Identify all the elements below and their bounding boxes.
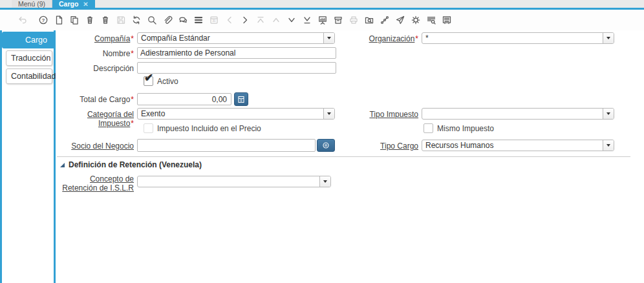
- categoria-impuesto-select[interactable]: Exento: [137, 108, 335, 120]
- refresh-icon[interactable]: [131, 14, 142, 26]
- impuesto-incluido-label: Impuesto Incluido en el Precio: [157, 124, 261, 133]
- chevron-down-icon[interactable]: [319, 176, 330, 187]
- calendar-icon[interactable]: 31: [208, 14, 220, 26]
- next-record-icon[interactable]: [239, 14, 251, 26]
- total-cargo-label: Total de Cargo*: [56, 95, 134, 104]
- save-icon[interactable]: [115, 14, 127, 26]
- copy-record-icon[interactable]: [69, 14, 80, 26]
- delete-record-icon[interactable]: [84, 14, 96, 26]
- tipo-cargo-select[interactable]: Recursos Humanos: [422, 140, 614, 151]
- window-content: Cargo Traducción Contabilidad Compañía* …: [0, 30, 644, 283]
- socio-negocio-field[interactable]: [137, 139, 316, 152]
- print-icon[interactable]: [348, 14, 360, 26]
- chevron-down-icon[interactable]: [603, 140, 614, 151]
- chevron-down-icon[interactable]: [323, 109, 334, 119]
- window-tabstrip: Menú (9) Cargo ✕: [0, 0, 644, 10]
- tab-menu-label: Menú (9): [18, 0, 45, 8]
- bp-search-button[interactable]: [317, 139, 335, 152]
- undo-icon[interactable]: [17, 14, 28, 26]
- chat-icon[interactable]: [177, 14, 189, 26]
- tab-cargo[interactable]: Cargo ✕: [52, 0, 95, 8]
- compania-select[interactable]: Compañía Estándar: [137, 32, 335, 44]
- toolbar: ? 31: [0, 10, 644, 30]
- activo-checkbox[interactable]: ✔: [144, 76, 153, 86]
- chevron-down-icon[interactable]: [603, 33, 614, 43]
- descripcion-field[interactable]: [137, 62, 336, 74]
- concepto-retencion-label[interactable]: Concepto de Retención de I.S.L.R: [56, 174, 134, 193]
- tipo-cargo-value: Recursos Humanos: [422, 140, 603, 151]
- workflow-icon[interactable]: [379, 14, 391, 26]
- section-title: Definición de Retención (Venezuela): [69, 160, 202, 169]
- compania-label[interactable]: Compañía*: [56, 34, 134, 43]
- tipo-impuesto-value: [422, 109, 603, 119]
- cargo-form: Compañía* Compañía Estándar Organización…: [56, 30, 644, 283]
- concepto-retencion-value: [138, 176, 319, 187]
- zoom-across-icon[interactable]: [363, 14, 375, 26]
- chevron-down-icon[interactable]: [603, 109, 614, 119]
- activo-checkline: ✔ Activo: [144, 76, 178, 86]
- tab-cargo-label: Cargo: [59, 0, 78, 8]
- nombre-label: Nombre*: [56, 49, 134, 58]
- sidebar-item-contabilidad[interactable]: Contabilidad: [6, 68, 52, 84]
- tipo-impuesto-select[interactable]: [422, 108, 614, 120]
- organizacion-value: *: [422, 33, 603, 43]
- check-icon: ✔: [144, 72, 153, 84]
- sidebar-item-cargo[interactable]: Cargo: [2, 32, 54, 48]
- compania-value: Compañía Estándar: [138, 33, 323, 43]
- chevron-down-icon[interactable]: [323, 33, 334, 43]
- descripcion-label: Descripción: [56, 64, 134, 73]
- window-customize-icon[interactable]: [441, 14, 453, 26]
- first-record-icon[interactable]: [255, 14, 266, 26]
- send-request-icon[interactable]: [394, 14, 406, 26]
- mismo-impuesto-checkline: Mismo Impuesto: [424, 123, 494, 133]
- section-separator: [57, 156, 630, 157]
- impuesto-incluido-checkline: Impuesto Incluido en el Precio: [144, 123, 261, 133]
- business-partner-icon: [322, 142, 330, 149]
- impuesto-incluido-checkbox[interactable]: [144, 123, 153, 133]
- concepto-retencion-select[interactable]: [137, 176, 331, 187]
- new-record-icon[interactable]: [53, 14, 65, 26]
- calculator-icon: [237, 96, 245, 103]
- last-record-icon[interactable]: [301, 14, 313, 26]
- mismo-impuesto-label: Mismo Impuesto: [437, 124, 494, 133]
- total-cargo-field[interactable]: [137, 93, 231, 105]
- parent-record-icon[interactable]: [270, 14, 282, 26]
- product-info-icon[interactable]: [425, 14, 437, 26]
- detail-record-icon[interactable]: [286, 14, 297, 26]
- sidebar-item-traduccion[interactable]: Traducción: [6, 50, 52, 66]
- tab-menu[interactable]: Menú (9): [12, 0, 52, 8]
- svg-text:31: 31: [212, 19, 216, 23]
- application-window: Menú (9) Cargo ✕ ? 31: [0, 0, 644, 283]
- tipo-impuesto-label[interactable]: Tipo Impuesto: [334, 110, 418, 119]
- previous-record-icon[interactable]: [224, 14, 235, 26]
- categoria-impuesto-label[interactable]: Categoría del Impuesto*: [56, 110, 134, 128]
- find-icon[interactable]: [146, 14, 158, 26]
- delete-selection-icon[interactable]: [100, 14, 111, 26]
- tipo-cargo-label[interactable]: Tipo Cargo: [334, 142, 418, 151]
- calculator-button[interactable]: [234, 92, 248, 106]
- categoria-impuesto-value: Exento: [138, 109, 323, 119]
- grid-toggle-icon[interactable]: [193, 14, 204, 26]
- help-icon[interactable]: ?: [38, 14, 49, 26]
- svg-text:?: ?: [42, 17, 45, 23]
- sidebar: Cargo Traducción Contabilidad: [0, 30, 56, 283]
- mismo-impuesto-checkbox[interactable]: [424, 123, 433, 133]
- organizacion-label[interactable]: Organización*: [334, 34, 418, 43]
- organizacion-select[interactable]: *: [422, 32, 614, 44]
- section-header: Definición de Retención (Venezuela): [60, 160, 202, 169]
- close-icon[interactable]: ✕: [83, 1, 88, 8]
- socio-negocio-label[interactable]: Socio del Negocio: [56, 142, 134, 151]
- activo-label: Activo: [157, 77, 178, 86]
- attachment-icon[interactable]: [162, 14, 173, 26]
- collapse-icon[interactable]: [60, 163, 65, 167]
- archive-icon[interactable]: [332, 14, 344, 26]
- nombre-field[interactable]: [137, 47, 336, 59]
- preferences-icon[interactable]: [410, 14, 422, 26]
- report-icon[interactable]: [317, 14, 328, 26]
